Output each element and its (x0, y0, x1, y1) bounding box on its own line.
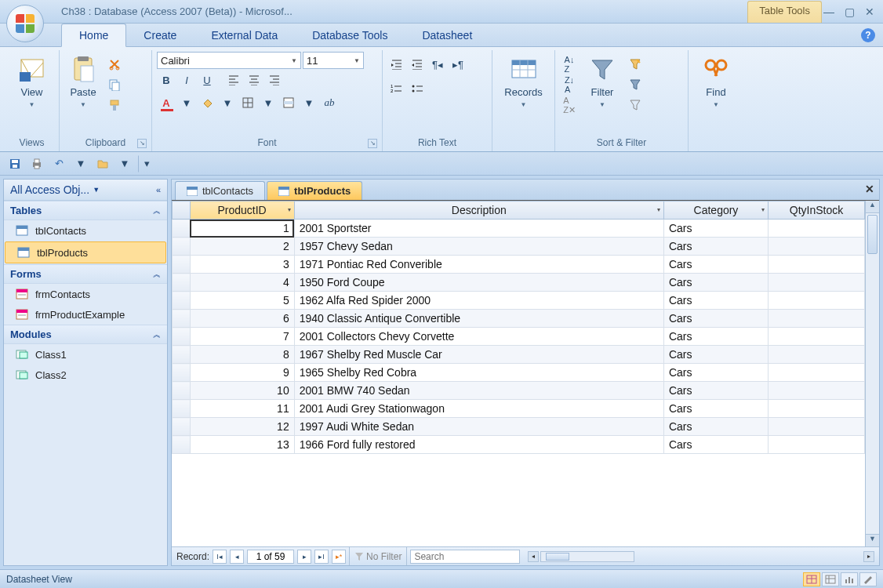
cell-description[interactable]: 1950 Ford Coupe (294, 274, 663, 292)
cell-productid[interactable]: 10 (190, 382, 294, 400)
row-selector-header[interactable] (173, 201, 191, 220)
undo-button[interactable]: ↶ (50, 155, 67, 172)
cell-category[interactable]: Cars (663, 328, 768, 346)
office-button[interactable] (6, 5, 44, 42)
cell-qtyinstock[interactable] (769, 400, 865, 418)
vertical-scrollbar[interactable]: ▲▼ (865, 201, 879, 546)
row-selector[interactable] (173, 400, 191, 418)
advanced-filter-button[interactable] (626, 75, 645, 94)
close-button[interactable]: ✕ (863, 6, 877, 17)
tab-create[interactable]: Create (126, 24, 194, 46)
tab-database-tools[interactable]: Database Tools (295, 24, 405, 46)
row-selector[interactable] (173, 256, 191, 274)
help-icon[interactable]: ? (861, 28, 875, 42)
collapse-nav-icon[interactable]: « (156, 185, 161, 194)
cell-description[interactable]: 2001 Audi Grey Stationwagon (294, 400, 663, 418)
table-row[interactable]: 112001 Audi Grey StationwagonCars (173, 400, 865, 418)
no-filter-indicator[interactable]: No Filter (349, 547, 407, 565)
nav-header[interactable]: All Access Obj... ▼ « (4, 180, 167, 201)
undo-drop[interactable]: ▼ (72, 155, 89, 172)
tab-external-data[interactable]: External Data (194, 24, 295, 46)
doc-tab-tblcontacts[interactable]: tblContacts (175, 181, 265, 200)
cell-productid[interactable]: 7 (190, 328, 294, 346)
font-size-combo[interactable]: 11▼ (303, 52, 364, 69)
clear-sort-button[interactable]: AZ✕ (560, 96, 579, 114)
row-selector[interactable] (173, 364, 191, 382)
dialog-launcher-icon[interactable]: ↘ (137, 139, 147, 148)
cell-description[interactable]: 1940 Classic Antique Convertible (294, 310, 663, 328)
table-row[interactable]: 81967 Shelby Red Muscle CarCars (173, 346, 865, 364)
cell-productid[interactable]: 11 (190, 400, 294, 418)
cell-category[interactable]: Cars (663, 418, 768, 436)
print-button[interactable] (28, 155, 45, 172)
gridlines-drop[interactable]: ▼ (259, 93, 278, 112)
row-selector[interactable] (173, 292, 191, 310)
cell-category[interactable]: Cars (663, 382, 768, 400)
cell-category[interactable]: Cars (663, 274, 768, 292)
nav-item-frmcontacts[interactable]: frmContacts (4, 284, 167, 304)
sort-desc-button[interactable]: Z↓A (560, 75, 579, 94)
cell-productid[interactable]: 9 (190, 364, 294, 382)
close-tab-button[interactable]: ✕ (865, 183, 874, 195)
nav-cat-forms[interactable]: Forms︽ (4, 264, 167, 284)
row-selector[interactable] (173, 382, 191, 400)
col-productid[interactable]: ProductID▾ (190, 201, 294, 220)
cell-description[interactable]: 1971 Pontiac Red Converible (294, 256, 663, 274)
bullets-button[interactable] (408, 79, 427, 98)
nav-item-tblproducts[interactable]: tblProducts (5, 241, 166, 263)
dialog-launcher-icon[interactable]: ↘ (368, 139, 377, 148)
align-right-button[interactable] (265, 71, 284, 89)
col-qtyinstock[interactable]: QtyInStock (769, 201, 865, 220)
cell-category[interactable]: Cars (663, 238, 768, 256)
last-record-button[interactable]: ▸I (314, 550, 329, 564)
table-row[interactable]: 131966 Ford fully restoredCars (173, 436, 865, 454)
table-row[interactable]: 31971 Pontiac Red ConveribleCars (173, 256, 865, 274)
cell-description[interactable]: 1962 Alfa Red Spider 2000 (294, 292, 663, 310)
cell-description[interactable]: 1997 Audi White Sedan (294, 418, 663, 436)
nav-cat-tables[interactable]: Tables︽ (4, 201, 167, 220)
alt-row-button[interactable] (279, 93, 298, 112)
tab-home[interactable]: Home (61, 24, 126, 47)
nav-cat-modules[interactable]: Modules︽ (4, 325, 167, 344)
doc-tab-tblproducts[interactable]: tblProducts (267, 181, 362, 200)
cell-productid[interactable]: 3 (190, 256, 294, 274)
table-row[interactable]: 72001 Collectors Chevy CorvetteCars (173, 328, 865, 346)
row-selector[interactable] (173, 418, 191, 436)
cell-description[interactable]: 2001 Sportster (294, 220, 663, 238)
italic-button[interactable]: I (177, 71, 196, 89)
qat-customize[interactable]: ▾ (138, 155, 155, 172)
pivot-chart-view-button[interactable] (841, 572, 858, 586)
cell-productid[interactable]: 1 (190, 220, 294, 238)
row-selector[interactable] (173, 238, 191, 256)
first-record-button[interactable]: I◂ (213, 550, 227, 564)
cell-productid[interactable]: 8 (190, 346, 294, 364)
records-button[interactable]: Records ▼ (497, 52, 550, 111)
cell-category[interactable]: Cars (663, 364, 768, 382)
cell-qtyinstock[interactable] (769, 346, 865, 364)
cell-qtyinstock[interactable] (769, 418, 865, 436)
toggle-filter-button[interactable] (626, 96, 645, 114)
horizontal-scrollbar[interactable]: ◂ ▸ (523, 551, 874, 562)
fill-color-button[interactable] (198, 93, 216, 112)
cell-description[interactable]: 1957 Chevy Sedan (294, 238, 663, 256)
rtl-button[interactable]: ▸¶ (449, 55, 467, 74)
save-button[interactable] (6, 155, 24, 172)
selection-filter-button[interactable] (626, 55, 645, 74)
alt-row-drop[interactable]: ▼ (300, 93, 318, 112)
view-button[interactable]: View ▼ (9, 52, 54, 111)
increase-indent-button[interactable] (408, 55, 427, 74)
row-selector[interactable] (173, 436, 191, 454)
cell-category[interactable]: Cars (663, 436, 768, 454)
cell-productid[interactable]: 13 (190, 436, 294, 454)
cell-description[interactable]: 2001 BMW 740 Sedan (294, 382, 663, 400)
cell-category[interactable]: Cars (663, 220, 768, 238)
cell-qtyinstock[interactable] (769, 328, 865, 346)
sort-asc-button[interactable]: A↓Z (560, 55, 579, 74)
cell-productid[interactable]: 12 (190, 418, 294, 436)
row-selector[interactable] (173, 220, 191, 238)
row-selector[interactable] (173, 310, 191, 328)
new-record-button[interactable]: ▸* (332, 550, 346, 564)
paste-button[interactable]: Paste ▼ (64, 52, 102, 136)
row-selector[interactable] (173, 328, 191, 346)
table-row[interactable]: 102001 BMW 740 SedanCars (173, 382, 865, 400)
